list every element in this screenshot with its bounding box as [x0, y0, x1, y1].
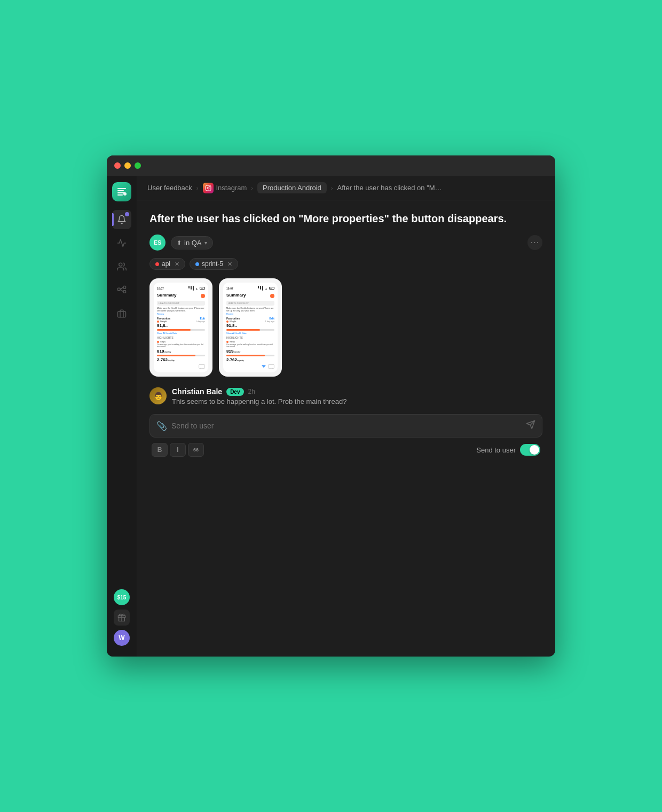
sidebar-item-org[interactable]: [112, 280, 131, 300]
comment-section: 👨 Christian Bale Dev 2h This seems to be…: [149, 387, 542, 405]
svg-rect-10: [206, 185, 211, 191]
toolbar-row: B I 66 Send to user: [149, 443, 542, 457]
tag-sprint-remove[interactable]: ✕: [227, 261, 232, 268]
svg-point-18: [272, 368, 273, 369]
svg-point-17: [270, 368, 271, 369]
svg-point-0: [123, 192, 127, 196]
main-content: User feedback › Instagram › Production A…: [137, 176, 555, 657]
commenter-role-badge: Dev: [226, 388, 243, 396]
code-button[interactable]: 66: [188, 443, 204, 457]
comment-body: Christian Bale Dev 2h This seems to be h…: [172, 387, 346, 405]
breadcrumb-production-android[interactable]: Production Android: [257, 182, 327, 193]
send-icon[interactable]: [526, 420, 535, 432]
tags-container: api ✕ sprint-5 ✕: [149, 258, 542, 270]
app-logo[interactable]: [112, 182, 131, 201]
user-avatar-sidebar[interactable]: W: [114, 630, 130, 646]
tag-api-label: api: [162, 260, 170, 268]
svg-line-5: [120, 287, 123, 290]
breadcrumb-user-feedback[interactable]: User feedback: [147, 184, 192, 192]
svg-point-12: [209, 186, 210, 187]
tag-sprint[interactable]: sprint-5 ✕: [190, 258, 238, 270]
italic-button[interactable]: I: [170, 443, 186, 457]
breadcrumb-instagram-label: Instagram: [216, 184, 247, 192]
svg-rect-7: [118, 311, 126, 317]
screenshots: 10:07 ▲ Summary HE: [149, 278, 542, 377]
svg-rect-16: [269, 364, 274, 368]
instagram-icon: [203, 183, 214, 193]
comment-time: 2h: [248, 388, 255, 395]
sidebar: $15 W: [107, 176, 137, 657]
screenshot-1[interactable]: 10:07 ▲ Summary HE: [149, 278, 212, 377]
comment-text: This seems to be happennig a lot. Prob t…: [172, 397, 346, 405]
reply-input[interactable]: [171, 421, 526, 430]
bold-button[interactable]: B: [152, 443, 168, 457]
tag-api-remove[interactable]: ✕: [175, 261, 179, 268]
status-label: in QA: [184, 239, 202, 247]
feed: After the user has clicked on "More prop…: [137, 200, 555, 657]
tag-api-dot: [155, 262, 159, 266]
tag-sprint-dot: [195, 262, 199, 266]
author-avatar: ES: [149, 235, 165, 251]
commenter-avatar: 👨: [149, 387, 167, 404]
svg-line-6: [120, 290, 123, 292]
attach-icon[interactable]: 📎: [156, 421, 167, 431]
toolbar-left: B I 66: [152, 443, 204, 457]
sidebar-item-announcements[interactable]: [112, 210, 131, 229]
tag-sprint-label: sprint-5: [202, 260, 223, 268]
sidebar-item-analytics[interactable]: [112, 233, 131, 253]
reply-box: 📎: [149, 414, 542, 438]
status-badge[interactable]: ⬆ in QA ▾: [171, 236, 213, 249]
titlebar-dot-green: [135, 162, 141, 169]
status-arrow-icon: ⬆: [177, 239, 182, 246]
svg-rect-13: [199, 364, 205, 368]
svg-point-1: [119, 263, 122, 266]
gift-icon[interactable]: [114, 610, 130, 626]
toolbar-right: Send to user: [476, 444, 540, 456]
screenshot-2[interactable]: 10:07 ▲ Summary HE: [219, 278, 282, 377]
breadcrumb: User feedback › Instagram › Production A…: [137, 176, 555, 200]
price-badge[interactable]: $15: [114, 589, 130, 605]
breadcrumb-issue-title: After the user has clicked on "More pro.…: [337, 184, 444, 192]
svg-point-15: [203, 368, 204, 369]
send-to-user-toggle[interactable]: [520, 444, 540, 456]
comment-header: Christian Bale Dev 2h: [172, 387, 346, 396]
send-to-user-label: Send to user: [476, 446, 516, 454]
issue-meta: ES ⬆ in QA ▾ ···: [149, 235, 542, 251]
svg-point-14: [200, 368, 201, 369]
titlebar-dot-red: [114, 162, 121, 169]
app-window: $15 W User feedback ›: [107, 155, 555, 657]
svg-point-11: [207, 187, 209, 189]
titlebar: [107, 155, 555, 176]
sidebar-item-cases[interactable]: [112, 304, 131, 323]
titlebar-dot-yellow: [124, 162, 131, 169]
status-chevron-icon: ▾: [204, 240, 207, 246]
more-options-button[interactable]: ···: [527, 235, 542, 250]
issue-title: After the user has clicked on "More prop…: [149, 211, 542, 226]
toggle-knob: [530, 445, 539, 455]
breadcrumb-sep-1: ›: [196, 185, 199, 191]
breadcrumb-instagram[interactable]: Instagram: [203, 183, 247, 193]
breadcrumb-sep-3: ›: [331, 185, 333, 191]
commenter-name: Christian Bale: [172, 387, 222, 396]
sidebar-item-users[interactable]: [112, 257, 131, 276]
breadcrumb-sep-2: ›: [251, 185, 253, 191]
tag-api[interactable]: api ✕: [149, 258, 185, 270]
